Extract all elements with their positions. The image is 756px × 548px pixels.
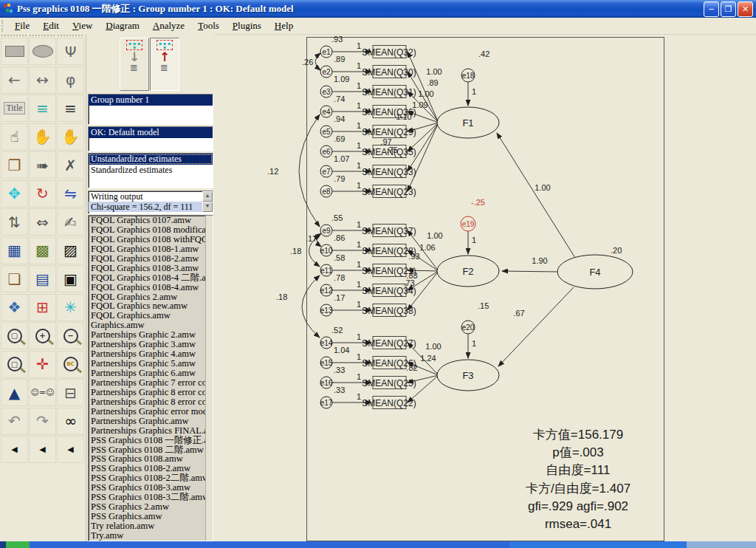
loading-path-F1-e7[interactable] <box>408 123 439 171</box>
specification-search-button[interactable]: ∞ <box>57 408 84 435</box>
move-objects-button[interactable]: ➠ <box>29 151 56 179</box>
view-input-path-diagram-button[interactable]: ▪ ▪ ▪▪ ↓ ≣ <box>120 38 149 91</box>
scroll-diagram-button[interactable]: ⇔ <box>29 208 56 236</box>
structural-path-F4-F2[interactable] <box>502 271 557 272</box>
show-entire-page-button[interactable]: □ <box>1 351 28 378</box>
factor-ellipse-F2[interactable] <box>437 256 499 287</box>
error-circle-e17[interactable] <box>320 397 332 408</box>
spin-down-button[interactable]: ▼ <box>202 202 213 212</box>
error-circle-e19[interactable] <box>461 216 475 231</box>
loading-path-F2-e12[interactable] <box>408 271 439 290</box>
figure-caption-title-button[interactable]: Title <box>1 95 28 122</box>
covariance-arc-e9-e11[interactable] <box>309 235 320 267</box>
indicator-rect-e17[interactable] <box>373 397 406 409</box>
indicator-rect-e6[interactable] <box>373 145 406 158</box>
rotate-indicators-button[interactable]: ↻ <box>29 180 56 208</box>
loading-path-F3-e16[interactable] <box>408 375 439 383</box>
structural-path-F4-F1[interactable] <box>497 133 575 258</box>
error-circle-e5[interactable] <box>320 126 332 137</box>
error-circle-e15[interactable] <box>320 357 332 369</box>
indicator-rect-e16[interactable] <box>373 377 406 389</box>
menu-file[interactable]: File <box>8 18 36 33</box>
model-item[interactable]: OK: Default model <box>89 127 213 138</box>
variable-list-model-button[interactable]: ≡ <box>29 95 56 122</box>
covariance-arc-e4-e9[interactable] <box>299 114 320 227</box>
file-item[interactable]: Partnerships Graphic error modify <box>89 407 213 417</box>
undo-button[interactable]: ↶ <box>1 408 28 435</box>
calculate-estimates-button[interactable]: ▨ <box>57 237 84 264</box>
draw-path-arrow-button[interactable]: ← <box>1 66 28 94</box>
zoom-select-area-button[interactable]: ▢ <box>1 322 28 349</box>
error-circle-e2[interactable] <box>320 66 332 78</box>
reflect-indicators-button[interactable]: ⇋ <box>57 180 84 208</box>
covariance-arc-e1-e2[interactable] <box>315 53 320 70</box>
menu-view[interactable]: View <box>66 18 99 33</box>
file-item[interactable]: Partnerships Graphic 7 error corre <box>89 378 213 388</box>
menu-diagram[interactable]: Diagram <box>99 18 145 33</box>
menu-gripper[interactable] <box>1 20 5 32</box>
menu-help[interactable]: Help <box>268 18 300 33</box>
indicator-rect-e2[interactable] <box>373 66 406 78</box>
file-item[interactable]: FQOL Graphics 0108-3.amw <box>89 264 213 273</box>
indicator-rect-e14[interactable] <box>373 337 406 349</box>
file-item[interactable]: Try relation.amw <box>89 521 213 531</box>
file-item[interactable]: Partnerships Graphic 8 error corre <box>89 397 213 407</box>
error-circle-e6[interactable] <box>320 145 332 157</box>
loading-path-F1-e8[interactable] <box>408 123 439 191</box>
factor-ellipse-F1[interactable] <box>437 107 499 138</box>
group-item[interactable]: Group number 1 <box>89 95 213 106</box>
draw-covariance-arrow-button[interactable]: ↔ <box>29 66 56 94</box>
indicator-rect-e4[interactable] <box>373 106 406 118</box>
error-circle-e3[interactable] <box>320 86 332 97</box>
variable-list-dataset-button[interactable]: ≡ <box>57 95 84 122</box>
file-item[interactable]: Partnerships Graphic 6.amw <box>89 369 213 378</box>
estimates-item-standardized[interactable]: Standardized estimates <box>89 165 213 176</box>
indicator-rect-e10[interactable] <box>373 244 406 257</box>
loading-path-F1-e3[interactable] <box>408 92 439 123</box>
spin-up-button[interactable]: ▲ <box>202 191 213 202</box>
view-output-path-diagram-button[interactable]: ▪ ▪ ▪▪ ↑ ≣ <box>150 38 179 91</box>
file-item[interactable]: FQOL Graphics 0108-2.amw <box>89 254 213 264</box>
loading-path-F1-e1[interactable] <box>408 52 439 123</box>
deselect-all-objects-button[interactable]: ✋ <box>57 123 84 151</box>
text-output-button[interactable]: ▤ <box>29 265 56 292</box>
menu-tools[interactable]: Tools <box>191 18 226 33</box>
draw-indicator-button[interactable]: Ψ <box>57 38 84 65</box>
copy-to-clipboard-button[interactable]: ❏ <box>1 265 28 292</box>
file-item[interactable]: FQOL Graphics 0108-1.amw <box>89 244 213 254</box>
indicator-rect-e15[interactable] <box>373 357 406 369</box>
magnify-loupe-button[interactable]: BC <box>57 351 84 378</box>
add-unique-variable-button[interactable]: φ <box>57 66 84 94</box>
loading-path-F1-e6[interactable] <box>408 123 439 151</box>
duplicate-objects-button[interactable]: ❐ <box>1 151 28 179</box>
close-button[interactable]: ✕ <box>738 1 753 17</box>
loading-path-F2-e10[interactable] <box>408 250 439 271</box>
covariance-arc-e9-e10[interactable] <box>317 233 321 247</box>
error-circle-e1[interactable] <box>320 46 332 58</box>
touch-up-diagram-button[interactable]: ✍ <box>57 208 84 236</box>
file-item[interactable]: FQOL Graphics 0107.amw <box>89 216 213 225</box>
data-files-button[interactable]: ▦ <box>1 237 28 264</box>
multiple-group-analysis-button[interactable]: ☺=☺ <box>29 379 56 406</box>
loading-path-F3-e14[interactable] <box>408 343 439 375</box>
draw-observed-rectangle-button[interactable] <box>1 38 28 65</box>
loading-path-F3-e15[interactable] <box>408 363 439 375</box>
error-circle-e7[interactable] <box>320 165 332 177</box>
indicator-rect-e11[interactable] <box>373 264 406 277</box>
menu-plugins[interactable]: Plugins <box>226 18 268 33</box>
covariance-arc-e11-e14[interactable] <box>302 275 320 338</box>
move-parameter-values-button[interactable]: ✥ <box>1 180 28 208</box>
taskbar-sliver[interactable] <box>0 541 756 548</box>
indicator-rect-e13[interactable] <box>373 304 406 317</box>
prev-page-3-button[interactable]: ◀ <box>57 436 84 463</box>
error-circle-e16[interactable] <box>320 377 332 388</box>
file-item[interactable]: FQOL Graphics 0108 withFQOL <box>89 235 213 244</box>
structural-path-F4-F3[interactable] <box>498 287 574 366</box>
loading-path-F2-e13[interactable] <box>408 271 439 310</box>
file-list-scrollbar[interactable] <box>205 216 213 541</box>
loading-path-F2-e11[interactable] <box>408 270 439 271</box>
error-circle-e13[interactable] <box>320 304 332 316</box>
error-circle-e12[interactable] <box>320 284 332 296</box>
select-one-object-button[interactable]: ☝ <box>1 123 28 151</box>
loading-path-F1-e5[interactable] <box>408 123 439 131</box>
